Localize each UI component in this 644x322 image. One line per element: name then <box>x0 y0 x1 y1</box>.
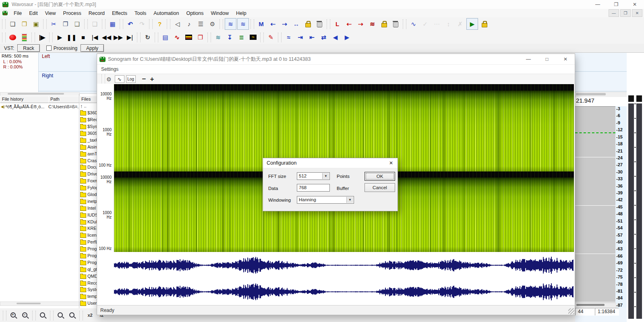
help-icon[interactable]: ? <box>154 19 165 29</box>
zoom-plus-button[interactable]: + <box>150 75 154 83</box>
dialog-titlebar[interactable]: Configuration ✕ <box>263 158 398 168</box>
mdi-close-button[interactable]: ✕ <box>632 9 642 17</box>
save-file-icon[interactable]: ▣ <box>31 19 41 29</box>
scrollbar-thumb[interactable] <box>576 93 606 95</box>
menu-edit[interactable]: Edit <box>25 10 41 16</box>
zoom-one-to-one-icon[interactable] <box>67 310 78 321</box>
envelope-scale-icon[interactable]: ↕ <box>443 19 454 29</box>
file-history-bottom-scrollbar[interactable] <box>0 301 80 306</box>
resize-grip[interactable] <box>568 308 574 314</box>
paste-mix-icon[interactable]: ❑ <box>89 19 100 29</box>
files-item[interactable]: Aisino <box>79 143 97 150</box>
rewind-icon[interactable]: ◀◀ <box>101 32 112 43</box>
files-item[interactable]: 360S <box>79 130 97 137</box>
statistics-icon[interactable]: ≣ <box>236 32 247 43</box>
processing-checkbox[interactable] <box>46 45 52 51</box>
menu-automation[interactable]: Automation <box>150 10 182 16</box>
scrollbar-thumb[interactable] <box>576 304 605 306</box>
marker-lock-icon[interactable] <box>302 19 313 29</box>
restore-button[interactable]: ❐ <box>607 0 625 9</box>
play-icon[interactable]: ▶ <box>54 32 65 43</box>
vst-rack-button[interactable]: Rack <box>17 44 39 52</box>
sonogram-titlebar[interactable]: Sonogram for C:\Users\喵喵\Desktop\日常文件\后陆… <box>97 54 575 65</box>
paste-icon[interactable]: ❑ <box>72 19 83 29</box>
zoom-minus-button[interactable]: − <box>142 75 146 83</box>
redo-icon[interactable]: ↷ <box>137 19 147 29</box>
zoom-out-icon[interactable]: − <box>20 310 31 321</box>
sonogram-settings-icon[interactable]: ⚙ <box>106 76 112 83</box>
loop-start-icon[interactable]: ⇠ <box>344 19 354 29</box>
loop-end-icon[interactable]: ⇢ <box>355 19 366 29</box>
marker-next-icon[interactable]: ⇢ <box>279 19 290 29</box>
files-item[interactable]: Crash <box>79 157 97 164</box>
files-item[interactable]: temp <box>79 293 97 300</box>
loop-delete-icon[interactable] <box>390 19 401 29</box>
files-item[interactable]: Driver <box>79 171 97 178</box>
menu-record[interactable]: Record <box>85 10 108 16</box>
file-history-row[interactable]: ◀) ºó¶¸ÃÅµÄÏÄ-Ê®¸ö... C:\Users\ß=ß=... <box>0 103 79 110</box>
trim-icon[interactable]: ▦ <box>107 19 118 29</box>
marker-delete-icon[interactable] <box>314 19 325 29</box>
wave-cursors-icon[interactable]: ≋ <box>213 32 224 43</box>
envelope-icon[interactable]: ∿ <box>408 19 419 29</box>
pause-icon[interactable]: ❚❚ <box>66 32 77 43</box>
wave-properties-icon[interactable]: ▤ <box>160 32 171 43</box>
pencil-draw-icon[interactable]: ✎ <box>265 32 276 43</box>
menu-effects[interactable]: Effects <box>108 10 131 16</box>
files-item[interactable]: Fylog <box>79 184 97 191</box>
batch-convert-icon[interactable]: ❒ <box>195 32 206 43</box>
monitor-meter-icon[interactable] <box>19 32 30 43</box>
files-item[interactable]: Syste <box>79 286 97 293</box>
menu-window[interactable]: Window <box>207 10 232 16</box>
loop-lock-icon[interactable] <box>379 19 389 29</box>
files-item[interactable]: Progr <box>79 246 97 252</box>
sonogram-maximize-button[interactable]: □ <box>538 54 556 64</box>
files-item[interactable]: PerfL <box>79 239 97 246</box>
file-history-column-header[interactable]: File history <box>0 96 49 103</box>
routing-icon[interactable]: ☰ <box>195 19 206 29</box>
scrollbar-thumb[interactable] <box>17 303 41 304</box>
envelope-apply-icon[interactable]: ✓ <box>420 19 431 29</box>
midi-icon[interactable]: ♪ <box>184 19 195 29</box>
menu-file[interactable]: File <box>10 10 25 16</box>
envelope-line-icon[interactable]: ⋯ <box>431 19 442 29</box>
marker-previous-icon[interactable]: ⇠ <box>267 19 278 29</box>
files-item[interactable]: $Rec <box>79 116 97 123</box>
close-button[interactable]: ✕ <box>625 0 644 9</box>
apply-button[interactable]: Apply <box>81 44 104 52</box>
play-from-cursor-icon[interactable]: |▶ <box>37 32 48 43</box>
horizontal-scrollbar[interactable] <box>575 92 627 97</box>
fade-out-icon[interactable]: ▶ <box>342 32 352 43</box>
new-file-icon[interactable]: ❏ <box>7 19 18 29</box>
stop-icon[interactable]: ■ <box>78 32 89 43</box>
go-start-icon[interactable]: |◀ <box>89 32 100 43</box>
path-column-header[interactable]: Path <box>48 96 80 103</box>
dialog-close-button[interactable]: ✕ <box>385 160 398 166</box>
sonogram-minimize-button[interactable]: — <box>519 54 538 64</box>
menu-options[interactable]: Options <box>182 10 207 16</box>
files-item[interactable]: KREC <box>79 225 97 232</box>
horizontal-scrollbar[interactable] <box>575 303 616 308</box>
play-envelope-icon[interactable]: ▶ <box>466 18 478 30</box>
files-item[interactable]: Progr <box>79 252 97 259</box>
files-item[interactable]: KDub <box>79 218 97 225</box>
swap-channels-icon[interactable]: ⇄ <box>318 32 329 43</box>
open-file-icon[interactable]: ❒ <box>19 19 30 29</box>
menu-process[interactable]: Process <box>60 10 85 16</box>
envelope-delete-icon[interactable]: ✗ <box>455 19 466 29</box>
files-item[interactable]: Glodo <box>79 191 97 198</box>
files-item[interactable]: ql_gt <box>79 266 97 272</box>
sine-scale-button[interactable]: ∿ <box>115 75 124 83</box>
waveform-view-icon[interactable]: ≋ <box>225 18 236 30</box>
zoom-all-icon[interactable] <box>55 310 66 321</box>
mdi-minimize-button[interactable]: — <box>609 9 619 17</box>
zoom-in-icon[interactable]: + <box>8 310 19 321</box>
files-item[interactable]: Foxm <box>79 178 97 184</box>
loop-waveform-icon[interactable]: ≋ <box>367 19 378 29</box>
expand-selection-icon[interactable]: ⇤ <box>306 32 317 43</box>
loop-playback-icon[interactable]: ↻ <box>142 32 153 43</box>
undo-icon[interactable]: ↶ <box>125 19 136 29</box>
files-item[interactable]: QMD <box>79 272 97 279</box>
copy-icon[interactable]: ❐ <box>60 19 71 29</box>
files-item[interactable]: Intel <box>79 204 97 211</box>
